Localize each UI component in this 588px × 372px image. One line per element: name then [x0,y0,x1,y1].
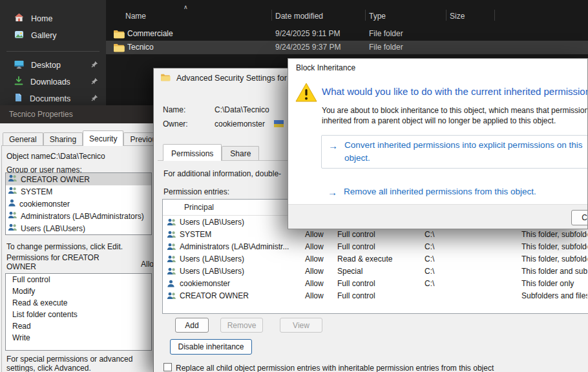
group-list-item[interactable]: cookiemonster [6,198,151,210]
permission-item[interactable]: Write [6,332,151,344]
permission-entry-row[interactable]: Users (LAB\Users) Allow Read & execute C… [163,253,588,265]
cancel-button[interactable]: Cancel [571,210,588,225]
entry-applies-to: Subfolders and files... [521,291,587,300]
column-header-name[interactable]: Name [125,12,146,21]
warning-icon [295,82,318,105]
group-list-item[interactable]: CREATOR OWNER [6,173,151,185]
sidebar-item-label: Home [31,14,52,23]
replace-permissions-checkbox[interactable] [163,363,172,371]
column-divider[interactable] [365,10,366,21]
file-row-tecnico[interactable]: Tecnico 9/24/2025 9:37 PM File folder [106,41,588,54]
convert-permissions-option[interactable]: → Convert inherited permissions into exp… [321,135,588,169]
sidebar-item-gallery[interactable]: Gallery [4,27,103,43]
remove-permissions-option[interactable]: → Remove all inherited permissions from … [321,185,536,199]
permission-item[interactable]: Read & execute [6,297,151,309]
block-inheritance-heading: What would you like to do with the curre… [322,86,588,97]
file-date-modified: 9/24/2025 9:11 PM [275,29,341,38]
remove-button[interactable]: Remove [220,318,263,333]
tab-general[interactable]: General [3,132,43,146]
column-divider[interactable] [271,10,272,21]
entry-applies-to: This folder and subf... [521,267,587,276]
tab-previous-versions[interactable]: Previous Versions [123,132,153,146]
disable-inheritance-button[interactable]: Disable inheritance [170,339,252,355]
permission-entry-row[interactable]: CREATOR OWNER Allow Full control Subfold… [163,290,588,302]
sidebar-item-label: Downloads [30,78,70,87]
advanced-note: For special permissions or advanced sett… [6,355,153,372]
principal-column-header[interactable]: Principal [184,203,214,212]
file-row-commerciale[interactable]: Commerciale 9/24/2025 9:11 PM File folde… [106,27,588,41]
properties-titlebar[interactable]: Tecnico Properties [0,105,153,123]
group-list-item[interactable]: SYSTEM [6,185,151,198]
permission-entries-label: Permission entries: [163,187,229,196]
command-arrow-icon: → [328,185,337,199]
entry-applies-to: This folder, subfolde... [521,242,587,251]
group-icon [8,187,17,196]
add-button[interactable]: Add [175,318,209,333]
entry-principal: SYSTEM [180,230,301,239]
pin-icon [91,61,98,70]
entry-applies-to: This folder, subfolde... [521,230,587,239]
object-name-value: C:\Data\Tecnico [50,152,105,161]
principal-name: SYSTEM [21,187,52,196]
group-icon [167,243,176,253]
column-header-type[interactable]: Type [369,12,386,21]
principal-name: cookiemonster [19,200,70,209]
group-list-item[interactable]: Users (LAB\Users) [6,222,151,234]
group-icon [167,292,176,302]
tab-sharing[interactable]: Sharing [43,132,83,146]
permission-entry-row[interactable]: Administrators (LAB\Administr... Allow F… [163,241,588,253]
entry-access: Full control [337,230,375,239]
group-icon [8,223,17,233]
entry-principal: Users (LAB\Users) [180,218,301,227]
view-button[interactable]: View [280,318,322,333]
properties-tab-strip: General Sharing Security Previous Versio… [3,130,153,146]
permission-entry-row[interactable]: cookiemonster Allow Full control C:\ Thi… [163,278,588,290]
permission-entry-row[interactable]: SYSTEM Allow Full control C:\ This folde… [163,229,588,241]
home-icon [14,13,24,24]
permission-item[interactable]: Full control [6,274,151,285]
entry-access: Full control [337,242,375,251]
sidebar-item-home[interactable]: Home [4,10,103,26]
entry-access: Full control [337,279,375,288]
group-user-list: CREATOR OWNER SYSTEM cookiemonster Admin… [5,172,152,235]
sidebar-item-desktop[interactable]: Desktop [4,57,103,73]
tab-security[interactable]: Security [83,130,123,146]
owner-value: cookiemonster [215,119,265,129]
entry-principal: cookiemonster [180,279,301,288]
entry-type: Allow [305,291,324,300]
user-icon [167,280,175,289]
block-inheritance-dialog: Block Inheritance What would you like to… [288,58,588,229]
file-list-header: ∧ Name Date modified Type Size [106,4,588,25]
column-header-size[interactable]: Size [450,12,465,21]
entry-type: Allow [305,242,324,251]
permission-item[interactable]: List folder contents [6,309,151,320]
entry-access: Special [337,267,362,276]
entry-principal: Administrators (LAB\Administr... [180,242,301,251]
permission-item[interactable]: Read [6,320,151,332]
properties-title: Tecnico Properties [9,110,73,119]
gallery-icon [14,30,24,41]
object-name-label: Object name: [6,152,52,161]
sidebar-item-documents[interactable]: Documents [4,90,103,107]
permissions-list: Full control Modify Read & execute List … [5,273,152,351]
column-divider[interactable] [446,10,446,21]
remove-permissions-label: Remove all inherited permissions from th… [344,185,536,199]
sidebar-item-downloads[interactable]: Downloads [4,74,103,90]
owner-account-flag-icon [274,120,284,127]
group-list-item[interactable]: Administrators (LAB\Administrators) [6,210,151,222]
group-icon [8,174,17,184]
sidebar-item-label: Documents [30,94,70,103]
entry-type: Allow [305,230,324,239]
group-icon [167,231,176,240]
tab-share[interactable]: Share [222,146,259,161]
tab-permissions[interactable]: Permissions [163,144,222,161]
sidebar-item-label: Gallery [31,31,57,40]
permission-entry-row[interactable]: Users (LAB\Users) Allow Special C:\ This… [163,265,588,278]
folder-icon [113,43,125,54]
column-divider[interactable] [494,10,495,21]
permission-item[interactable]: Modify [6,285,151,297]
column-header-date-modified[interactable]: Date modified [275,12,323,21]
name-label: Name: [163,105,185,114]
entry-type: Allow [305,254,324,264]
principal-name: Administrators (LAB\Administrators) [21,212,144,221]
